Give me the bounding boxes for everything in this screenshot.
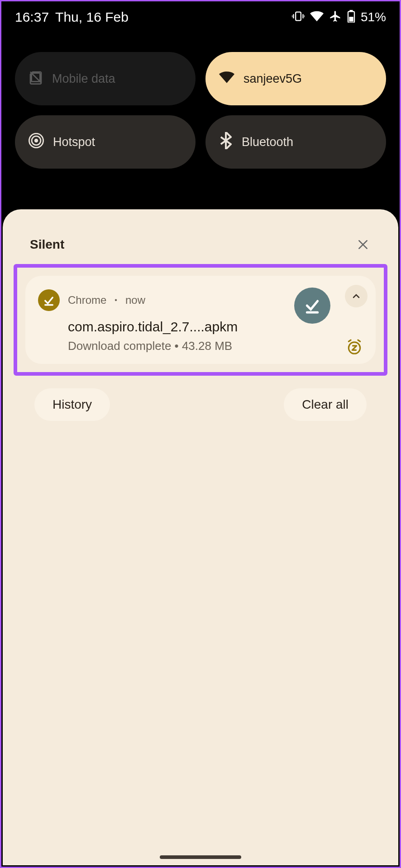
status-time: 16:37 — [15, 9, 49, 25]
section-title: Silent — [30, 237, 64, 252]
notification-app-name: Chrome — [68, 294, 106, 307]
vibrate-icon — [292, 11, 305, 24]
notification-subtitle: Download complete • 43.28 MB — [68, 339, 309, 353]
notification-title: com.aspiro.tidal_2.7....apkm — [68, 319, 309, 335]
separator-dot: • — [115, 296, 117, 304]
notification-time: now — [125, 294, 145, 307]
section-header: Silent — [12, 236, 389, 264]
qs-tile-label: Bluetooth — [242, 135, 293, 149]
hotspot-icon — [29, 133, 44, 151]
notification-card[interactable]: Chrome • now com.aspiro.tidal_2.7....apk… — [25, 276, 376, 364]
collapse-button[interactable] — [345, 285, 368, 307]
shade-actions: History Clear all — [12, 376, 389, 421]
status-bar: 16:37 Thu, 16 Feb 51% — [1, 1, 400, 34]
svg-line-15 — [358, 340, 360, 341]
download-complete-icon — [38, 289, 60, 311]
quick-settings: Mobile data sanjeev5G Hotspot Bluetooth — [1, 34, 400, 206]
highlight-annotation: Chrome • now com.aspiro.tidal_2.7....apk… — [14, 264, 387, 376]
svg-rect-0 — [296, 12, 301, 21]
qs-tile-bluetooth[interactable]: Bluetooth — [205, 115, 386, 169]
qs-tile-label: Mobile data — [52, 72, 115, 86]
clear-all-button[interactable]: Clear all — [284, 388, 367, 421]
wifi-icon — [219, 71, 234, 86]
battery-icon — [347, 10, 355, 24]
bluetooth-icon — [219, 132, 233, 152]
qs-tile-wifi[interactable]: sanjeev5G — [205, 52, 386, 105]
qs-tile-mobile-data[interactable]: Mobile data — [15, 52, 196, 105]
status-left: 16:37 Thu, 16 Feb — [15, 9, 129, 25]
download-badge-icon — [294, 288, 330, 324]
svg-point-8 — [34, 138, 38, 142]
qs-tile-hotspot[interactable]: Hotspot — [15, 115, 196, 169]
qs-tile-label: sanjeev5G — [243, 72, 302, 86]
no-sim-icon — [29, 70, 43, 88]
nav-handle[interactable] — [160, 855, 241, 859]
notification-shade: Silent Chrome • now com.aspiro.tidal_2.7… — [3, 209, 398, 865]
status-right: 51% — [292, 10, 386, 24]
svg-line-14 — [348, 340, 351, 341]
close-section-button[interactable] — [355, 236, 371, 253]
snooze-icon[interactable] — [345, 338, 364, 357]
qs-tile-label: Hotspot — [53, 135, 95, 149]
wifi-icon — [310, 11, 324, 24]
status-date: Thu, 16 Feb — [55, 9, 129, 25]
airplane-icon — [329, 10, 342, 24]
history-button[interactable]: History — [34, 388, 110, 421]
battery-percentage: 51% — [361, 10, 386, 24]
notification-content: com.aspiro.tidal_2.7....apkm Download co… — [38, 319, 363, 353]
svg-rect-7 — [349, 17, 353, 21]
